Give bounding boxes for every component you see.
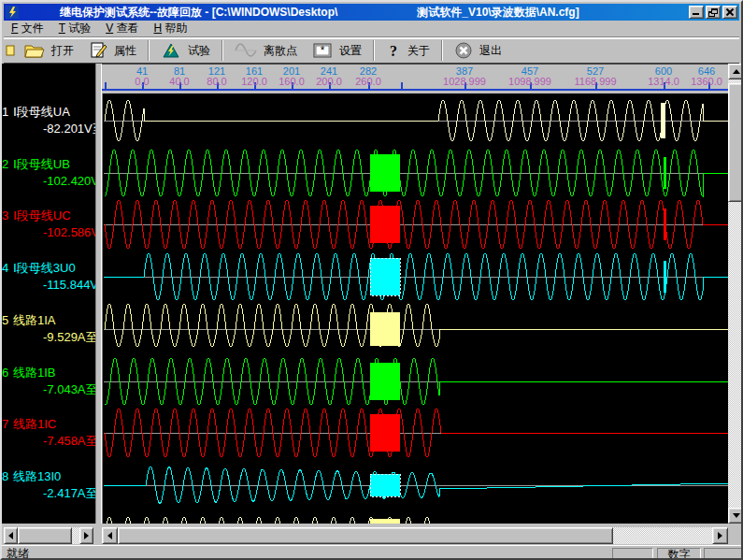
open-label: 打开 [51, 43, 74, 59]
ruler-ms-label: 260.0 [355, 76, 381, 87]
channel-label[interactable]: 6线路1IB -7.043A至7. [2, 366, 95, 396]
cursor-marker [664, 208, 666, 240]
channel-range: -7.043A至7. [2, 382, 95, 396]
channel-label[interactable]: 3Ⅰ段母线UC -102.586V至 [2, 208, 95, 239]
channel-number: 3 [2, 208, 13, 223]
channel-label[interactable]: 7线路1IC -7.458A至7. [2, 417, 95, 448]
channel-name: 线路1IA [13, 313, 56, 327]
ruler-ms-label: 120.0 [241, 76, 267, 87]
vscroll-thumb[interactable] [728, 83, 743, 202]
ruler-tick [401, 82, 403, 89]
toolbar-separator [221, 40, 223, 61]
discrete-point-block [370, 363, 400, 400]
close-button[interactable] [722, 6, 737, 19]
channel-label-panel: 1Ⅰ段母线UA -82.201V至8 2Ⅰ段母线UB -102.420V至 3Ⅰ… [2, 64, 95, 524]
ruler-ms-label: 1314.0 [648, 76, 679, 87]
toolbar-separator [373, 40, 375, 61]
exit-icon [454, 42, 473, 59]
cursor-marker [664, 261, 666, 293]
channel-label[interactable]: 1Ⅰ段母线UA -82.201V至8 [2, 105, 95, 136]
cursor-marker [664, 157, 666, 189]
scroll-up-button[interactable] [728, 64, 743, 79]
test-button[interactable]: 试验 [153, 39, 218, 62]
label-panel-hscrollbar[interactable] [4, 527, 93, 544]
question-mark-icon: ? [386, 42, 401, 59]
document-pen-icon [89, 42, 107, 59]
menu-test[interactable]: T 试验 [51, 20, 98, 37]
channel-label[interactable]: 5线路1IA -9.529A至14 [2, 313, 95, 344]
ruler-tick [105, 82, 107, 89]
waveform-plot[interactable] [102, 93, 728, 525]
channel-name: Ⅰ段母线UB [13, 157, 70, 171]
test-label: 试验 [188, 43, 210, 59]
properties-button[interactable]: 属性 [81, 39, 144, 62]
ruler-ms-label: 1168.999 [574, 76, 616, 87]
menu-file[interactable]: F 文件 [4, 20, 51, 37]
settings-icon: * [312, 42, 333, 59]
vertical-scrollbar[interactable] [728, 64, 743, 524]
waveform-trace [105, 304, 729, 347]
channel-range: -9.529A至14 [2, 330, 95, 344]
discrete-point-block [370, 258, 400, 295]
discrete-point-block [370, 474, 400, 496]
status-cell [704, 548, 743, 560]
settings-label: 设置 [339, 43, 362, 59]
left-arrow-icon [5, 532, 13, 539]
minimize-button[interactable] [689, 6, 704, 19]
channel-number: 2 [2, 157, 13, 171]
scroll-down-button[interactable] [728, 508, 743, 524]
hscroll-thumb[interactable] [118, 527, 613, 544]
about-button[interactable]: ? 关于 [379, 39, 437, 62]
ruler-ms-label: 200.0 [316, 76, 342, 87]
channel-number: 5 [2, 313, 13, 327]
toolbar-separator [441, 40, 443, 61]
ruler-baseline [102, 89, 728, 91]
label-scroll-right-button[interactable] [79, 527, 93, 544]
channel-name: 线路1IB [13, 366, 56, 380]
channel-name: Ⅰ段母线UA [13, 105, 70, 119]
waveforms [104, 93, 729, 525]
ruler-ms-label: 40.0 [169, 76, 189, 87]
svg-text:?: ? [390, 43, 397, 59]
channel-label[interactable]: 4Ⅰ段母线3U0 -115.844V至 [2, 261, 95, 292]
channel-label[interactable]: 8线路13I0 -2.417A至4. [2, 469, 95, 500]
title-bar: 继电保护测试系统--故障回放 - [C:\WINDOWS\Desktop\测试软… [4, 4, 739, 21]
waveform-hscrollbar[interactable] [102, 527, 728, 544]
menu-view[interactable]: V 查看 [98, 20, 146, 37]
ruler-ms-label: 1360.0 [691, 76, 722, 87]
sine-wave-icon [235, 42, 257, 59]
scroll-left-button[interactable] [102, 527, 118, 544]
label-scroll-left-button[interactable] [4, 527, 18, 544]
channel-name: 线路13I0 [13, 469, 61, 483]
channel-label[interactable]: 2Ⅰ段母线UB -102.420V至 [2, 157, 95, 188]
channel-number: 1 [2, 105, 13, 119]
discrete-points-button[interactable]: 离散点 [227, 39, 305, 62]
restore-button[interactable] [706, 6, 721, 19]
settings-button[interactable]: * 设置 [305, 39, 369, 62]
channel-number: 6 [2, 366, 13, 380]
channel-range: -102.586V至 [2, 225, 95, 239]
pane-splitter[interactable] [95, 64, 102, 545]
ruler-ms-label: 0.0 [135, 76, 149, 87]
exit-label: 退出 [479, 43, 502, 59]
open-button[interactable]: 打开 [17, 39, 81, 62]
channel-range: -82.201V至8 [2, 122, 95, 136]
ruler-ms-label: 80.0 [207, 76, 226, 87]
discrete-point-block [370, 206, 400, 243]
time-ruler: 410.08140.012180.0161120.0201160.0241200… [102, 64, 728, 93]
label-hscroll-thumb[interactable] [18, 527, 72, 544]
menu-help[interactable]: H 帮助 [147, 20, 195, 37]
app-icon[interactable] [6, 6, 19, 19]
channel-number: 7 [2, 417, 13, 431]
channel-number: 8 [2, 469, 13, 483]
exit-button[interactable]: 退出 [447, 39, 509, 62]
toolbar-grip-icon [4, 40, 17, 61]
discrete-point-block [370, 312, 400, 346]
up-arrow-icon [733, 65, 740, 74]
right-arrow-icon [84, 532, 93, 539]
scroll-right-button[interactable] [712, 527, 728, 544]
status-bar: 就绪 数字 [2, 545, 743, 560]
channel-range: -102.420V至 [2, 174, 95, 188]
channel-name: Ⅰ段母线UC [13, 208, 71, 223]
app-window: 继电保护测试系统--故障回放 - [C:\WINDOWS\Desktop\测试软… [0, 0, 743, 560]
